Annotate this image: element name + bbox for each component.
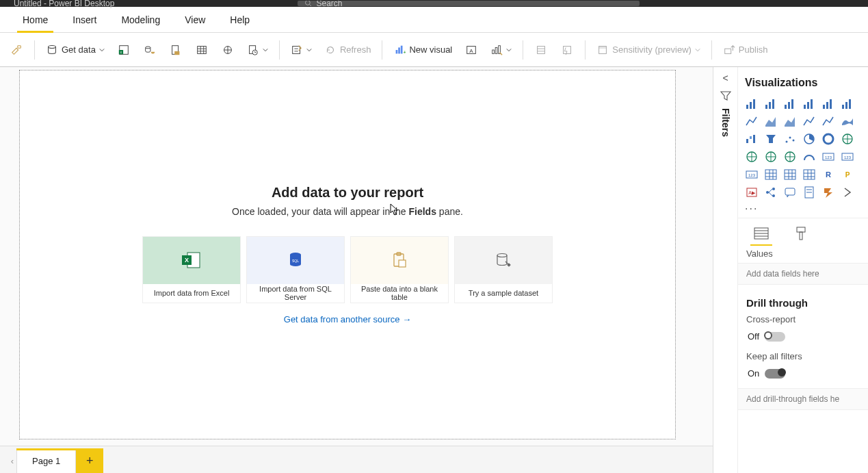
recent-sources-button[interactable] [243, 38, 272, 62]
card-label: Import data from Excel [143, 284, 240, 303]
viz-more[interactable] [839, 185, 856, 200]
values-dropzone[interactable]: Add data fields here [738, 263, 868, 285]
py-visual-icon: P [841, 168, 854, 181]
viz-stacked-bar[interactable] [744, 96, 760, 111]
tab-modeling[interactable]: Modeling [109, 7, 172, 33]
viz-map[interactable] [744, 149, 760, 164]
new-measure-button[interactable] [530, 38, 552, 62]
viz-card[interactable]: 123 [820, 149, 837, 164]
format-painter-button[interactable] [5, 38, 27, 62]
viz-paginated[interactable] [801, 185, 817, 200]
viz-shape-map[interactable] [782, 149, 798, 164]
tab-view[interactable]: View [172, 7, 218, 33]
viz-r-visual[interactable]: R [820, 167, 837, 182]
cross-report-toggle[interactable] [765, 332, 785, 342]
datahub-button[interactable] [139, 38, 161, 62]
viz-pie[interactable] [801, 131, 817, 146]
viz-power-automate[interactable] [820, 185, 837, 200]
add-page-button[interactable]: + [76, 448, 103, 473]
excel-icon: X [182, 251, 201, 269]
enter-data-button[interactable] [191, 38, 213, 62]
card-sample-dataset[interactable]: Try a sample dataset [454, 236, 553, 303]
viz-stacked-column-100[interactable] [839, 96, 856, 111]
viz-table[interactable] [782, 167, 798, 182]
tab-help[interactable]: Help [218, 7, 262, 33]
viz-clustered-column[interactable] [801, 96, 817, 111]
new-visual-button[interactable]: + New visual [389, 38, 456, 62]
viz-ribbon[interactable] [839, 114, 856, 129]
drill-through-dropzone[interactable]: Add drill-through fields he [738, 388, 868, 410]
dataverse-icon [222, 44, 234, 56]
svg-rect-10 [198, 46, 207, 53]
card-paste-data[interactable]: Paste data into a blank table [350, 236, 449, 303]
pagetab-nav-left[interactable]: ‹ [8, 448, 16, 473]
tab-home[interactable]: Home [10, 7, 60, 33]
viz-clustered-bar[interactable] [763, 96, 779, 111]
report-canvas[interactable]: Add data to your report Once loaded, you… [19, 70, 676, 439]
card-import-excel[interactable]: X Import data from Excel [142, 236, 241, 303]
chevron-down-icon [506, 47, 512, 53]
format-mode-button[interactable] [791, 225, 811, 242]
filters-pane-collapsed[interactable]: < Filters [713, 67, 738, 473]
viz-decomp-tree[interactable] [763, 185, 779, 200]
keep-filters-state: On [748, 368, 759, 379]
text-box-button[interactable]: A [460, 38, 482, 62]
scatter-icon [783, 132, 797, 146]
transform-data-button[interactable] [287, 38, 316, 62]
viz-line[interactable] [744, 114, 760, 129]
viz-gauge[interactable] [801, 149, 817, 164]
dataverse-button[interactable] [217, 38, 239, 62]
global-search[interactable]: Search [298, 1, 640, 6]
donut-icon [821, 132, 835, 146]
viz-stacked-column[interactable] [782, 96, 798, 111]
excel-source-button[interactable]: x [113, 38, 135, 62]
svg-rect-45 [750, 102, 752, 109]
quick-measure-button[interactable] [556, 38, 578, 62]
svg-rect-52 [791, 99, 793, 109]
viz-mode-tabs [738, 218, 868, 244]
viz-key-influencers[interactable]: A▶ [744, 185, 760, 200]
viz-qna[interactable] [782, 185, 798, 200]
more-visuals-ellipsis[interactable]: ··· [738, 204, 868, 218]
viz-donut[interactable] [820, 131, 837, 146]
keep-filters-toggle[interactable] [765, 369, 785, 379]
viz-line-clustered[interactable] [801, 114, 817, 129]
sensitivity-button[interactable]: Sensitivity (preview) [592, 38, 705, 62]
visualization-type-grid: 123123123RPA▶ [738, 96, 868, 204]
viz-funnel[interactable] [763, 131, 779, 146]
viz-scatter[interactable] [782, 131, 798, 146]
refresh-button[interactable]: Refresh [320, 38, 376, 62]
viz-treemap[interactable] [839, 131, 856, 146]
viz-stacked-area[interactable] [782, 114, 798, 129]
viz-line-stacked[interactable] [820, 114, 837, 129]
svg-text:SQL: SQL [292, 259, 299, 263]
viz-slicer[interactable] [763, 167, 779, 182]
viz-py-visual[interactable]: P [839, 167, 856, 182]
sql-source-button[interactable] [165, 38, 187, 62]
viz-area[interactable] [763, 114, 779, 129]
viz-multi-card[interactable]: 123 [839, 149, 856, 164]
card-import-sql[interactable]: SQL Import data from SQL Server [246, 236, 345, 303]
get-data-button[interactable]: Get data [42, 38, 109, 62]
stacked-bar-100-icon [821, 97, 835, 110]
ribbon-tabs: Home Insert Modeling View Help [0, 7, 868, 33]
tab-insert[interactable]: Insert [60, 7, 109, 33]
viz-filled-map[interactable] [763, 149, 779, 164]
more-visuals-button[interactable] [486, 38, 516, 62]
power-automate-icon [821, 186, 835, 199]
svg-rect-53 [804, 105, 806, 109]
pagetab-page1[interactable]: Page 1 [16, 448, 76, 473]
get-data-another-source-link[interactable]: Get data from another source → [284, 314, 411, 324]
more-icon [841, 186, 854, 199]
stacked-column-100-icon [841, 97, 854, 110]
chevron-left-icon[interactable]: < [722, 73, 728, 84]
viz-waterfall[interactable] [744, 131, 760, 146]
line-stacked-icon [821, 114, 835, 128]
viz-kpi[interactable]: 123 [744, 167, 760, 182]
fields-mode-button[interactable] [752, 225, 771, 242]
line-icon [745, 114, 759, 128]
sensitivity-icon [596, 44, 609, 56]
viz-matrix[interactable] [801, 167, 817, 182]
publish-button[interactable]: Publish [719, 38, 772, 62]
viz-stacked-bar-100[interactable] [820, 96, 837, 111]
